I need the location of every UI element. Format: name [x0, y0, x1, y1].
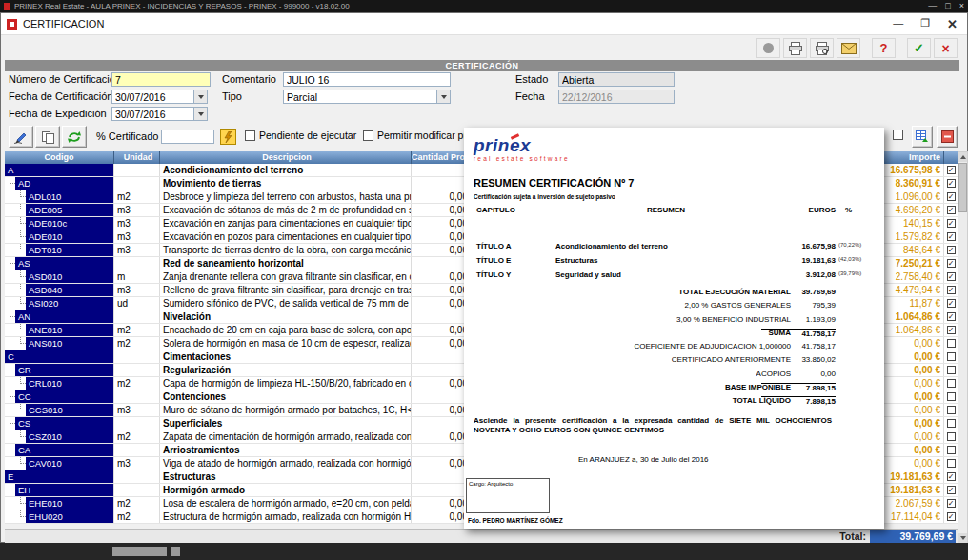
column-header-descripcion[interactable]: Descripcion	[160, 151, 412, 164]
row-checkbox[interactable]	[947, 419, 956, 428]
window-minimize-button[interactable]: —	[893, 17, 903, 31]
os-maximize-button[interactable]: □	[945, 2, 950, 10]
apply-percent-button[interactable]	[220, 129, 236, 145]
report-chapter-row: TÍTULO Y Seguridad y salud 3.912,08 (39,…	[464, 270, 884, 285]
row-code: ADE005	[26, 204, 113, 216]
chapter-code: TÍTULO Y	[476, 270, 511, 279]
vertical-scrollbar[interactable]	[958, 151, 968, 544]
row-checkbox[interactable]: ✓	[947, 472, 956, 481]
permitir-checkbox[interactable]	[363, 130, 373, 141]
row-unit: m3	[114, 230, 160, 243]
chapter-percent: (39,79%)	[838, 270, 861, 276]
blank-box[interactable]	[893, 130, 903, 140]
row-checkbox[interactable]	[947, 339, 956, 348]
report-total-row: SUMA 41.758,17	[464, 329, 884, 342]
copy-button[interactable]	[35, 126, 60, 148]
fecha-cert-input[interactable]	[111, 90, 194, 104]
grid-export-button[interactable]	[912, 126, 933, 148]
row-checkbox[interactable]: ✓	[947, 299, 956, 308]
row-cantidad: 0,00	[412, 510, 471, 523]
row-cantidad	[412, 390, 471, 403]
window-restore-button[interactable]: ❐	[920, 17, 930, 31]
os-close-button[interactable]: ×	[959, 2, 964, 10]
row-checkbox[interactable]	[947, 432, 956, 441]
row-unit	[114, 257, 160, 270]
row-checkbox[interactable]: ✓	[947, 219, 956, 228]
column-header-cantidad[interactable]: Cantidad Producida	[412, 151, 471, 164]
row-code: ADL010	[26, 190, 113, 203]
refresh-button[interactable]	[62, 126, 87, 148]
cancel-button[interactable]: ×	[934, 38, 958, 58]
row-unit	[114, 390, 160, 403]
window-close-button[interactable]: ✕	[947, 17, 958, 31]
row-code: ASD040	[26, 284, 113, 296]
row-description: Red de saneamiento horizontal	[160, 257, 412, 270]
print-icon	[788, 42, 803, 55]
row-checkbox[interactable]: ✓	[947, 246, 956, 254]
total-row-label: 3,00 % BENEFICIO INDUSTRIAL	[464, 315, 791, 324]
tipo-select[interactable]	[283, 90, 437, 104]
fecha-exp-dropdown[interactable]	[194, 107, 208, 121]
total-row-label: COEFICIENTE DE ADJUDICACION 1,000000	[464, 342, 791, 350]
help-button[interactable]: ?	[872, 38, 896, 58]
col-euros: EUROS	[750, 206, 836, 214]
column-header-unidad[interactable]: Unidad	[114, 151, 160, 164]
row-checkbox[interactable]	[947, 459, 956, 468]
num-cert-input[interactable]	[111, 72, 211, 87]
scrollbar-thumb[interactable]	[958, 163, 967, 212]
row-checkbox[interactable]: ✓	[947, 179, 956, 188]
row-checkbox[interactable]	[947, 379, 956, 388]
row-checkbox[interactable]	[947, 366, 956, 374]
row-cantidad: 0,00	[412, 457, 471, 470]
row-checkbox[interactable]: ✓	[947, 272, 956, 281]
row-checkbox[interactable]	[947, 392, 956, 401]
print-preview-button[interactable]	[810, 38, 834, 58]
row-checkbox[interactable]: ✓	[947, 286, 956, 294]
row-checkbox[interactable]	[947, 446, 956, 454]
row-cantidad	[412, 417, 471, 430]
row-code: ANE010	[26, 324, 113, 336]
status-segment-2	[171, 547, 180, 556]
tipo-dropdown[interactable]	[437, 90, 451, 104]
row-checkbox[interactable]	[947, 352, 956, 361]
row-description: Zanja drenante rellena con grava filtran…	[160, 270, 412, 283]
row-description: Movimiento de tierras	[160, 177, 412, 190]
accept-button[interactable]: ✓	[907, 38, 931, 58]
mail-button[interactable]	[837, 38, 860, 58]
app-icon	[4, 3, 10, 10]
exit-button[interactable]	[937, 126, 958, 148]
num-cert-label: Número de Certificación	[9, 72, 121, 87]
row-checkbox[interactable]: ✓	[947, 166, 956, 174]
row-checkbox[interactable]: ✓	[947, 499, 956, 508]
row-code: CCS010	[26, 404, 113, 416]
status-segment-1	[112, 547, 167, 556]
scroll-down-button[interactable]	[958, 533, 967, 543]
row-checkbox[interactable]: ✓	[947, 326, 956, 334]
row-checkbox[interactable]: ✓	[947, 312, 956, 321]
row-checkbox[interactable]: ✓	[947, 192, 956, 201]
row-code: ADE010	[26, 230, 113, 243]
pendiente-checkbox[interactable]	[245, 130, 255, 141]
fecha-cert-dropdown[interactable]	[194, 90, 208, 104]
os-minimize-button[interactable]: —	[928, 2, 937, 10]
row-cantidad: 0,00	[412, 377, 471, 390]
chevron-down-icon	[441, 95, 447, 99]
column-header-codigo[interactable]: Codigo	[5, 151, 114, 164]
record-button[interactable]	[756, 38, 780, 58]
fecha-exp-input[interactable]	[111, 107, 194, 121]
row-checkbox[interactable]: ✓	[947, 512, 956, 521]
row-checkbox[interactable]: ✓	[947, 486, 956, 494]
row-checkbox[interactable]: ✓	[947, 259, 956, 268]
sign-button[interactable]	[9, 126, 33, 148]
row-checkbox[interactable]	[947, 406, 956, 414]
row-cantidad: 0,00	[412, 284, 471, 296]
report-subtitle: Certificación sujeta a inversión de suje…	[474, 193, 615, 200]
comentario-input[interactable]	[283, 72, 451, 87]
total-row-value: 41.758,17	[761, 342, 836, 350]
row-checkbox[interactable]: ✓	[947, 232, 956, 241]
scroll-up-button[interactable]	[958, 152, 967, 162]
pct-certificado-input[interactable]	[161, 130, 214, 144]
total-row-value: 33.860,02	[761, 355, 836, 364]
row-checkbox[interactable]: ✓	[947, 206, 956, 214]
print-button[interactable]	[783, 38, 807, 58]
